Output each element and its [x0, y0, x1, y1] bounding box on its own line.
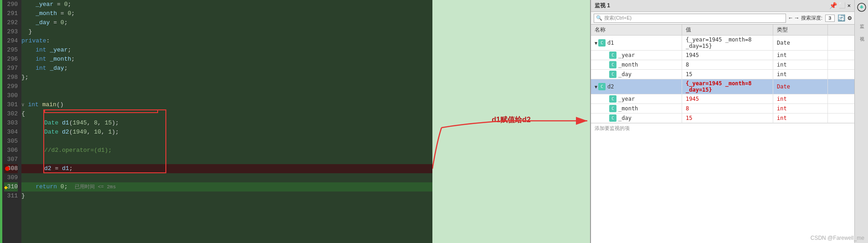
- line-num-311: 311: [4, 191, 18, 201]
- expand-arrow-d2[interactable]: ▼: [595, 84, 597, 89]
- col-name: 名称: [591, 25, 682, 35]
- side-icon-1[interactable]: [856, 2, 867, 13]
- class-icon-d1-year: C: [609, 52, 616, 59]
- line-num-310: ◆ 310: [4, 182, 18, 191]
- class-icon-d1-day: C: [609, 71, 616, 78]
- side-icon-3[interactable]: 视: [856, 27, 867, 38]
- line-num-294: 294: [4, 36, 18, 46]
- code-line-290: _year = 0;: [21, 0, 432, 9]
- watch-row-d2-month-type: int: [773, 104, 828, 113]
- col-type: 类型: [773, 25, 828, 35]
- code-line-308: d2 = d1;: [21, 164, 432, 173]
- code-line-296: int _month;: [21, 55, 432, 64]
- watch-row-d2-year-type: int: [773, 94, 828, 103]
- code-line-305: [21, 137, 432, 146]
- close-icon[interactable]: ✕: [847, 2, 851, 9]
- watch-table: 名称 值 类型 ▼ C d1 {_year=1945 _month=8 _day…: [591, 25, 854, 243]
- watch-row-d1-day[interactable]: C _day 15 int: [591, 70, 854, 79]
- watch-row-d1-month[interactable]: C _month 8 int: [591, 60, 854, 70]
- watch-row-d1-year[interactable]: C _year 1945 int: [591, 51, 854, 60]
- watch-panel: 监视 1 📌 ⬜ ✕ 🔍 搜索(Ctrl+E) ← → 搜索深度: 3 🔄 ⚙ …: [590, 0, 854, 243]
- code-line-300: [21, 91, 432, 100]
- depth-value: 3: [825, 15, 835, 22]
- line-num-299: 299: [4, 82, 18, 91]
- refresh-icon[interactable]: 🔄: [837, 14, 845, 22]
- code-line-304: Date d2(1949, 10, 1);: [21, 128, 432, 137]
- code-line-298: };: [21, 73, 432, 82]
- search-input-container[interactable]: 🔍 搜索(Ctrl+E): [594, 14, 786, 23]
- line-num-291: 291: [4, 9, 18, 18]
- watch-row-d1-day-type: int: [773, 70, 828, 79]
- add-watch-row[interactable]: 添加要监视的项: [591, 123, 854, 133]
- line-num-298: 298: [4, 73, 18, 82]
- float-icon[interactable]: ⬜: [839, 2, 846, 9]
- circle-icon: [857, 3, 866, 12]
- code-content: _year = 0; _month = 0; _day = 0; } priva…: [21, 0, 432, 243]
- line-num-296: 296: [4, 55, 18, 64]
- watch-row-d1-month-value: 8: [682, 60, 773, 69]
- pin-icon[interactable]: 📌: [829, 2, 837, 10]
- watch-row-d2[interactable]: ▼ C d2 {_year=1945 _month=8 _day=15} Dat…: [591, 79, 854, 94]
- nav-forward-icon[interactable]: →: [795, 15, 798, 21]
- annotation-box: [44, 109, 158, 113]
- watch-row-d2-day-value: 15: [682, 114, 773, 123]
- side-icon-panel: 监 视: [854, 0, 868, 243]
- expand-arrow-d1[interactable]: ▼: [595, 41, 597, 46]
- watch-row-d1-year-type: int: [773, 51, 828, 60]
- annotated-block: Date d1(1945, 8, 15); Date d2(1949, 10, …: [21, 119, 432, 173]
- code-line-299: [21, 82, 432, 91]
- line-num-305: 305: [4, 137, 18, 146]
- watch-row-d2-day[interactable]: C _day 15 int: [591, 114, 854, 123]
- code-line-295: int _year;: [21, 46, 432, 55]
- watch-row-d1-day-name: C _day: [591, 70, 682, 79]
- watch-controls: 📌 ⬜ ✕: [829, 2, 851, 10]
- watch-row-d1-year-value: 1945: [682, 51, 773, 60]
- code-line-303: Date d1(1945, 8, 15);: [21, 119, 432, 128]
- watch-table-header: 名称 值 类型: [591, 25, 854, 36]
- code-line-297: int _day;: [21, 64, 432, 73]
- class-icon-d2: C: [598, 83, 606, 90]
- watch-row-d1-value: {_year=1945 _month=8 _day=15}: [682, 36, 773, 50]
- nav-back-icon[interactable]: ←: [789, 15, 792, 21]
- line-num-306: 306: [4, 146, 18, 155]
- middle-section: d1赋值给d2: [432, 0, 590, 243]
- main-layout: 290 291 292 293 294 295 296 297 298 299 …: [0, 0, 868, 243]
- code-line-292: _day = 0;: [21, 18, 432, 27]
- watch-row-d2-month-value: 8: [682, 104, 773, 113]
- watch-row-d2-month-name: C _month: [591, 104, 682, 113]
- watch-row-d2-type: Date: [773, 79, 828, 94]
- code-line-306: //d2.operator=(d1);: [21, 146, 432, 155]
- watch-search-bar: 🔍 搜索(Ctrl+E) ← → 搜索深度: 3 🔄 ⚙: [591, 12, 854, 25]
- watch-row-d1-year-name: C _year: [591, 51, 682, 60]
- line-num-293: 293: [4, 27, 18, 36]
- code-line-307: [21, 155, 432, 164]
- class-icon-d1: C: [598, 39, 606, 47]
- code-editor: 290 291 292 293 294 295 296 297 298 299 …: [0, 0, 432, 243]
- watermark: CSDN @Farewell_me: [811, 235, 864, 241]
- code-line-291: _month = 0;: [21, 9, 432, 18]
- watch-header: 监视 1 📌 ⬜ ✕: [591, 0, 854, 12]
- watch-row-d2-year[interactable]: C _year 1945 int: [591, 94, 854, 104]
- class-icon-d2-year: C: [609, 95, 616, 103]
- side-icon-2[interactable]: 监: [856, 15, 867, 26]
- arrow-line-2: [432, 128, 442, 169]
- settings-icon[interactable]: ⚙: [848, 14, 852, 22]
- code-line-311: }: [21, 191, 432, 201]
- code-line-293: }: [21, 27, 432, 36]
- watch-row-d1-name: ▼ C d1: [591, 36, 682, 50]
- watch-row-d1-day-value: 15: [682, 70, 773, 79]
- class-icon-d2-day: C: [609, 114, 616, 122]
- line-num-302: 302: [4, 109, 18, 119]
- code-line-310: return 0; 已用时间 <= 2ms: [21, 182, 432, 191]
- watch-row-d2-year-name: C _year: [591, 94, 682, 103]
- watch-row-d2-day-name: C _day: [591, 114, 682, 123]
- watch-row-d1-month-type: int: [773, 60, 828, 69]
- watch-row-d2-month[interactable]: C _month 8 int: [591, 104, 854, 114]
- search-placeholder: 搜索(Ctrl+E): [604, 15, 632, 21]
- watch-row-d1[interactable]: ▼ C d1 {_year=1945 _month=8 _day=15} Dat…: [591, 36, 854, 51]
- watch-row-d2-day-type: int: [773, 114, 828, 123]
- watch-title: 监视 1: [595, 2, 610, 10]
- line-numbers: 290 291 292 293 294 295 296 297 298 299 …: [2, 0, 21, 243]
- class-icon-d2-month: C: [609, 105, 616, 112]
- code-line-309: [21, 173, 432, 182]
